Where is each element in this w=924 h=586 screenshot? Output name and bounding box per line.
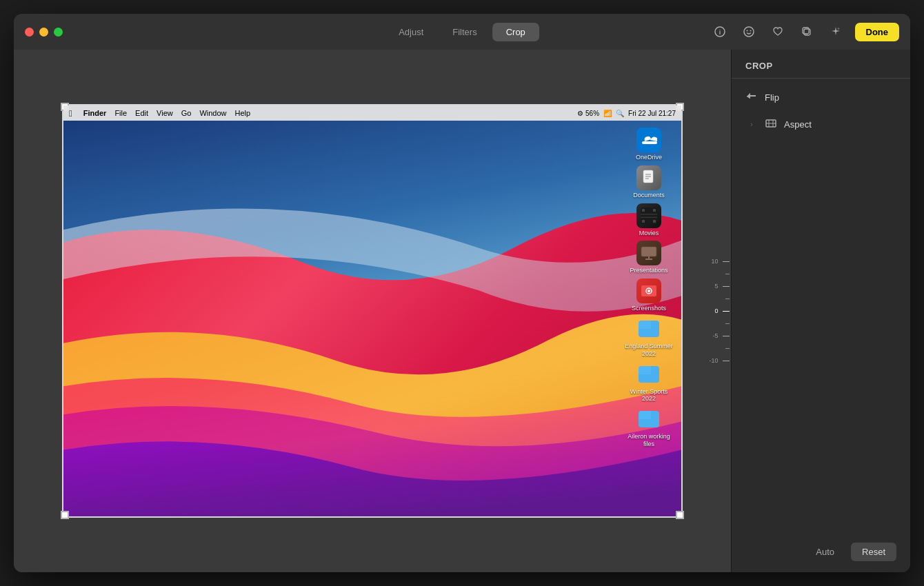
mac-screenshot:  Finder File Edit View Go Window Help ⚙… (63, 105, 681, 516)
svg-text:i: i (719, 29, 721, 36)
icon-winter-sports: Winter Sports 2022 (625, 362, 673, 403)
done-button[interactable]: Done (855, 23, 900, 41)
svg-rect-14 (642, 209, 645, 212)
tab-adjust[interactable]: Adjust (385, 23, 437, 41)
canvas-area: 10 5 0 ◀ (14, 50, 731, 572)
menubar-file: File (114, 109, 127, 117)
svg-rect-16 (642, 220, 645, 223)
titlebar-actions: i (710, 22, 900, 41)
icon-documents: Documents (625, 165, 673, 199)
aspect-icon (765, 118, 777, 131)
ruler-mark-neg8 (705, 342, 730, 354)
svg-point-2 (744, 27, 754, 37)
panel-bottom: Auto Reset (732, 532, 910, 572)
svg-point-26 (647, 290, 650, 292)
maximize-button[interactable] (54, 28, 63, 37)
icon-onedrive: OneDrive (625, 128, 673, 161)
tab-filters[interactable]: Filters (439, 23, 490, 41)
close-button[interactable] (25, 28, 34, 37)
face-button[interactable] (739, 22, 759, 41)
ruler-marks: 10 5 0 ◀ (705, 255, 730, 367)
duplicate-button[interactable] (797, 22, 816, 41)
info-button[interactable]: i (710, 22, 730, 41)
apple-logo:  (69, 108, 72, 119)
menubar-edit: Edit (135, 109, 148, 117)
traffic-lights (25, 28, 63, 37)
aspect-row[interactable]: › Aspect (732, 111, 910, 138)
menubar-view: View (157, 109, 173, 117)
svg-rect-5 (804, 29, 810, 35)
icon-england-summer: England Summer 2022 (625, 316, 673, 358)
ruler-mark-10: 10 (705, 255, 730, 267)
ruler-mark-neg5: -5 (705, 330, 730, 342)
menubar-window: Window (199, 109, 226, 117)
menubar-right: ⚙ 56% 📶 🔍 Fri 22 Jul 21:27 (577, 110, 676, 117)
crop-handle-bottomleft[interactable] (61, 511, 69, 519)
flip-row[interactable]: Flip (732, 84, 910, 111)
ruler-mark-neg10: -10 (705, 354, 730, 367)
main-area: 10 5 0 ◀ (14, 50, 910, 572)
ruler-mark-0: 0 ◀ (705, 305, 730, 317)
panel-spacer (732, 138, 910, 532)
rotation-ruler[interactable]: 10 5 0 ◀ (703, 50, 731, 572)
panel-divider (732, 78, 910, 79)
svg-point-4 (750, 30, 751, 32)
photo-container[interactable]:  Finder File Edit View Go Window Help ⚙… (62, 104, 683, 518)
svg-rect-18 (641, 214, 657, 215)
tab-bar: Adjust Filters Crop (385, 23, 539, 41)
icon-presentations: Presentations (625, 241, 673, 274)
mac-menubar:  Finder File Edit View Go Window Help ⚙… (63, 105, 681, 121)
main-window: Adjust Filters Crop i (14, 14, 910, 572)
reset-button[interactable]: Reset (851, 543, 896, 561)
flip-icon (745, 91, 758, 104)
svg-rect-6 (803, 28, 809, 34)
svg-point-3 (746, 30, 747, 32)
panel-title: CROP (732, 50, 910, 78)
icon-screenshots: Screenshots (625, 279, 673, 312)
minimize-button[interactable] (39, 28, 48, 37)
aspect-chevron-icon: › (745, 121, 758, 128)
heart-button[interactable] (768, 22, 787, 41)
desktop-icons: OneDrive Documents (625, 128, 673, 448)
ruler-mark-2 (705, 292, 730, 305)
ruler-mark-5: 5 (705, 280, 730, 292)
right-panel: CROP Flip › (731, 50, 910, 572)
mac-desktop: OneDrive Documents (63, 121, 681, 516)
ruler-mark-neg2 (705, 317, 730, 330)
sparkle-button[interactable] (826, 22, 845, 41)
tab-crop[interactable]: Crop (492, 23, 539, 41)
icon-movies: Movies (625, 203, 673, 237)
finder-label: Finder (83, 109, 107, 117)
photo-frame:  Finder File Edit View Go Window Help ⚙… (62, 104, 683, 518)
ruler-mark-8 (705, 267, 730, 280)
clock: Fri 22 Jul 21:27 (628, 110, 676, 117)
svg-rect-19 (641, 216, 657, 218)
menubar-go: Go (181, 109, 192, 117)
icon-aileron: Aileron working files (625, 407, 673, 448)
svg-rect-20 (641, 247, 656, 256)
titlebar: Adjust Filters Crop i (14, 14, 910, 50)
menubar-help: Help (235, 109, 251, 117)
svg-rect-17 (653, 220, 656, 223)
auto-button[interactable]: Auto (807, 543, 843, 561)
svg-rect-15 (653, 209, 656, 212)
flip-label: Flip (765, 92, 896, 103)
aspect-label: Aspect (784, 119, 896, 130)
crop-handle-bottomright[interactable] (676, 511, 684, 519)
